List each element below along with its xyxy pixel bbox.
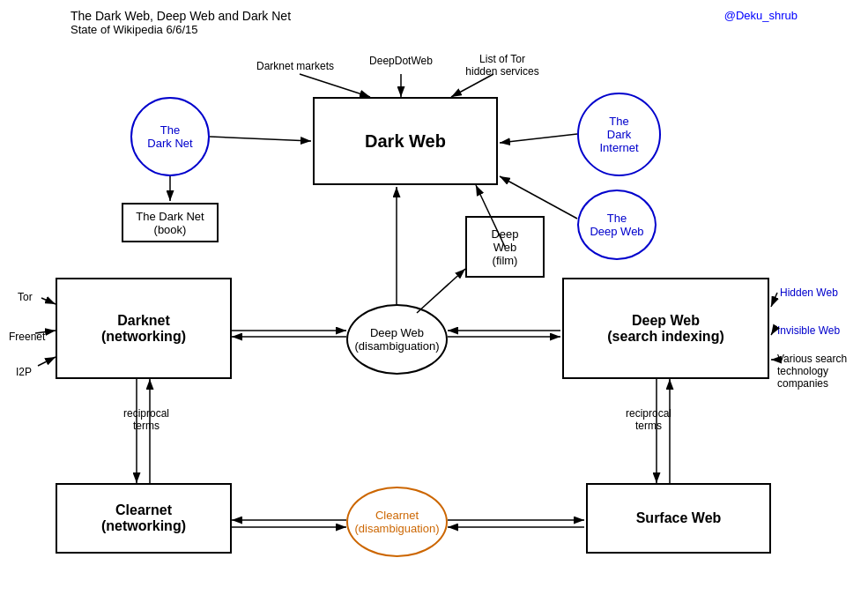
- darknet-networking: Darknet(networking): [56, 278, 232, 379]
- the-dark-net-book-label: The Dark Net(book): [136, 210, 204, 236]
- deep-web-disambiguation-label: Deep Web(disambiguation): [354, 326, 439, 353]
- svg-line-19: [771, 293, 777, 307]
- the-deep-web-circle: TheDeep Web: [577, 190, 657, 260]
- clearnet-disambiguation-label: Clearnet(disambiguation): [354, 509, 439, 535]
- the-dark-internet-circle: TheDarkInternet: [577, 93, 661, 176]
- the-dark-net-circle-label: TheDark Net: [147, 123, 192, 150]
- darknet-networking-label: Darknet(networking): [101, 313, 186, 345]
- svg-line-2: [210, 137, 311, 141]
- clearnet-networking-label: Clearnet(networking): [101, 502, 186, 534]
- the-dark-net-book: The Dark Net(book): [122, 203, 219, 242]
- deep-web-search-label: Deep Web(search indexing): [607, 313, 723, 345]
- invisible-web-label: Invisible Web: [777, 324, 840, 337]
- reciprocal-right: reciprocalterms: [626, 407, 671, 432]
- tor-label: Tor: [18, 291, 33, 303]
- dark-web-label: Dark Web: [365, 131, 446, 152]
- reciprocal-left: reciprocalterms: [123, 407, 169, 432]
- svg-line-20: [771, 328, 775, 335]
- svg-line-16: [41, 298, 56, 304]
- various-label: Various searchtechnologycompanies: [777, 353, 861, 390]
- the-dark-internet-label: TheDarkInternet: [599, 115, 638, 154]
- hidden-web-label: Hidden Web: [780, 286, 838, 299]
- attribution: @Deku_shrub: [724, 9, 798, 22]
- the-deep-web-label: TheDeep Web: [590, 212, 643, 238]
- deepdotweb-label: DeepDotWeb: [366, 55, 436, 67]
- clearnet-disambiguation: Clearnet(disambiguation): [346, 487, 448, 557]
- deep-web-film: DeepWeb(film): [465, 216, 545, 278]
- list-tor-label: List of Torhidden services: [458, 53, 546, 78]
- deep-web-disambiguation: Deep Web(disambiguation): [346, 304, 448, 375]
- clearnet-networking: Clearnet(networking): [56, 483, 232, 554]
- title-area: The Dark Web, Deep Web and Dark Net Stat…: [70, 9, 291, 36]
- freenet-label: Freenet: [9, 331, 45, 343]
- svg-line-5: [500, 176, 577, 219]
- svg-line-18: [38, 357, 56, 366]
- dark-web-node: Dark Web: [313, 97, 498, 185]
- title-line1: The Dark Web, Deep Web and Dark Net: [70, 9, 291, 23]
- i2p-label: I2P: [16, 366, 32, 378]
- the-dark-net-circle: TheDark Net: [130, 97, 210, 176]
- title-line2: State of Wikipedia 6/6/15: [70, 23, 291, 36]
- darknet-markets-label: Darknet markets: [247, 60, 344, 72]
- surface-web: Surface Web: [586, 483, 771, 554]
- svg-line-4: [500, 134, 577, 143]
- deep-web-film-label: DeepWeb(film): [491, 227, 518, 267]
- deep-web-search: Deep Web(search indexing): [562, 278, 769, 379]
- svg-line-6: [300, 74, 370, 97]
- svg-line-12: [417, 269, 465, 313]
- surface-web-label: Surface Web: [636, 510, 722, 526]
